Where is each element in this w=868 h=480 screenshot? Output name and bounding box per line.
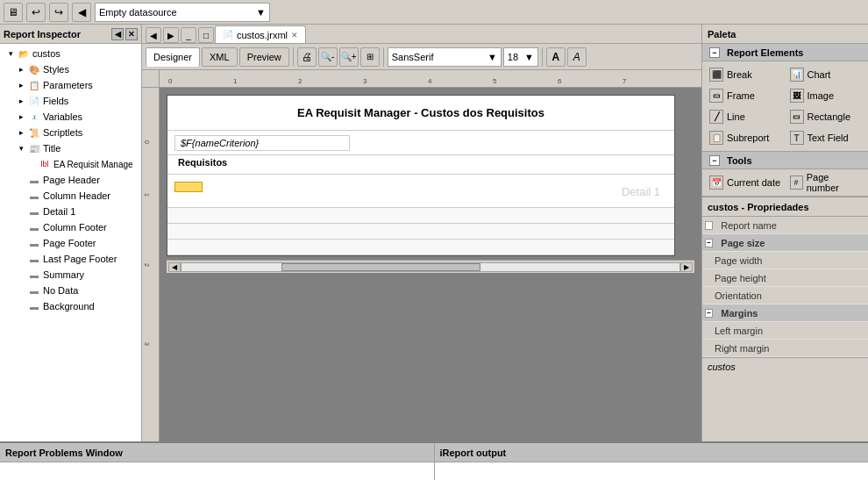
tree-item-label: Last Page Footer: [43, 254, 117, 264]
paleta-title: Paleta: [708, 29, 736, 39]
canvas-wrapper: 0 1 2 3 4 5 6 7 0 1 2 3: [142, 70, 701, 441]
margins-section-label: Margins: [715, 308, 868, 319]
tree-item-summary[interactable]: ▬ Summary: [2, 267, 139, 283]
tree-item-variables[interactable]: ▸ 𝑥 Variables: [2, 109, 139, 125]
last-page-footer-icon: ▬: [28, 253, 40, 265]
expand-icon: [16, 238, 26, 248]
page-header-band: $F{nameCriterion}: [167, 131, 674, 155]
field-criterion[interactable]: $F{nameCriterion}: [174, 135, 350, 151]
no-data-icon: ▬: [28, 284, 40, 297]
report-problems-header: Report Problems Window: [0, 443, 434, 462]
frame-label: Frame: [727, 90, 755, 101]
window-nav-buttons: ◀ ▶ _ □: [146, 27, 214, 43]
scroll-left-btn[interactable]: ◀: [168, 262, 181, 272]
datasource-label: Empty datasource: [99, 7, 177, 18]
page-width-label: Page width: [702, 255, 868, 266]
image-label: Image: [808, 90, 835, 101]
scroll-right-btn[interactable]: ▶: [680, 262, 693, 272]
btn-bold[interactable]: A: [546, 47, 566, 67]
section-toggle[interactable]: −: [709, 47, 720, 58]
column-header-icon: ▬: [28, 190, 40, 202]
tree-item-column-header[interactable]: ▬ Column Header: [2, 188, 139, 204]
btn-snap[interactable]: ⊞: [360, 47, 380, 67]
report-problems-content: [0, 462, 434, 480]
palette-item-rectangle[interactable]: ▭ Rectangle: [786, 107, 865, 126]
palette-item-chart[interactable]: 📊 Chart: [786, 65, 865, 84]
tree-item-column-footer[interactable]: ▬ Column Footer: [2, 219, 139, 235]
btn-redo[interactable]: ↪: [49, 3, 68, 22]
expand-icon: ▾: [5, 48, 16, 59]
btn-zoom-in[interactable]: 🔍+: [339, 47, 359, 67]
panel-collapse-btn[interactable]: ◀: [111, 28, 124, 40]
win-prev-btn[interactable]: ◀: [146, 27, 161, 43]
margins-toggle[interactable]: −: [705, 309, 713, 318]
expand-icon: [16, 222, 26, 233]
prop-right-margin: Right margin: [702, 340, 868, 357]
palette-item-page-number[interactable]: # Page number: [786, 173, 865, 192]
prop-left-margin: Left margin: [702, 322, 868, 340]
tree-item-background[interactable]: ▬ Background: [2, 298, 139, 314]
page-footer-band: [167, 224, 674, 240]
btn-undo[interactable]: ↩: [26, 3, 46, 22]
panel-header: Report Inspector ◀ ✕: [0, 25, 141, 44]
font-name-combo[interactable]: SansSerif ▼: [388, 47, 502, 67]
tree-item-label: EA Requisit Manage: [53, 160, 133, 169]
palette-item-current-date[interactable]: 📅 Current date: [706, 173, 785, 192]
palette-item-subreport[interactable]: 📋 Subreport: [706, 128, 785, 147]
btn-nav[interactable]: ◀: [72, 3, 91, 22]
report-elements-section: − Report Elements ⬛ Break 📊 Chart ▭ Fram…: [702, 44, 868, 152]
tree-item-title[interactable]: ▾ 📰 Title: [2, 140, 139, 156]
tree-item-page-header[interactable]: ▬ Page Header: [2, 172, 139, 188]
tree-item-last-page-footer[interactable]: ▬ Last Page Footer: [2, 251, 139, 267]
mode-xml-btn[interactable]: XML: [202, 47, 238, 67]
prop-margins-section: − Margins: [702, 304, 868, 322]
tab-custos[interactable]: 📄 custos.jrxml ✕: [215, 25, 306, 43]
mode-designer-btn[interactable]: Designer: [146, 47, 200, 67]
report-name-label: Report name: [715, 220, 868, 231]
separator1: [293, 47, 294, 67]
section-label: Report Elements: [727, 47, 803, 58]
tree-item-fields[interactable]: ▸ 📄 Fields: [2, 93, 139, 109]
page-size-toggle[interactable]: −: [705, 239, 713, 247]
btn-icon1[interactable]: 🖥: [4, 3, 23, 22]
panel-close-btn[interactable]: ✕: [125, 28, 138, 40]
tree-item-label: Column Footer: [43, 222, 107, 233]
ruler-v-3: 3: [144, 342, 150, 346]
column-footer-icon: ▬: [28, 221, 40, 233]
tree-item-no-data[interactable]: ▬ No Data: [2, 283, 139, 298]
tree-item-scriptlets[interactable]: ▸ 📜 Scriptlets: [2, 125, 139, 140]
expand-icon: [16, 206, 26, 217]
canvas-scroll-area[interactable]: EA Requisit Manager - Custos dos Requisi…: [160, 88, 701, 441]
tools-section-toggle[interactable]: −: [709, 155, 720, 166]
palette-item-break[interactable]: ⬛ Break: [706, 65, 785, 84]
tree-item-page-footer[interactable]: ▬ Page Footer: [2, 235, 139, 251]
palette-item-image[interactable]: 🖼 Image: [786, 86, 865, 105]
palette-item-frame[interactable]: ▭ Frame: [706, 86, 785, 105]
tab-close-btn[interactable]: ✕: [291, 31, 298, 39]
canvas-hscrollbar[interactable]: ◀ ▶: [167, 260, 694, 273]
tree-item-detail1[interactable]: ▬ Detail 1: [2, 204, 139, 219]
btn-print[interactable]: 🖨: [297, 47, 317, 67]
datasource-dropdown[interactable]: Empty datasource ▼: [95, 3, 270, 22]
palette-item-text-field[interactable]: T Text Field: [786, 128, 865, 147]
mode-preview-btn[interactable]: Preview: [239, 47, 289, 67]
btn-italic[interactable]: A: [567, 47, 587, 67]
win-next-btn[interactable]: ▶: [163, 27, 179, 43]
tree-item-parameters[interactable]: ▸ 📋 Parameters: [2, 77, 139, 93]
expand-icon: ▸: [16, 111, 26, 122]
win-min-btn[interactable]: _: [181, 27, 196, 43]
font-size-combo[interactable]: 18 ▼: [503, 47, 538, 67]
ireport-output-panel: iReport output: [435, 443, 869, 480]
win-max-btn[interactable]: □: [198, 27, 214, 43]
ruler-mark-4: 4: [428, 77, 431, 85]
tree-root-custos[interactable]: ▾ 📂 custos: [2, 46, 139, 61]
scroll-thumb[interactable]: [281, 263, 480, 271]
tree-item-ea-requisit[interactable]: lbl EA Requisit Manage: [2, 156, 139, 172]
report-name-toggle[interactable]: [705, 221, 713, 230]
palette-item-line[interactable]: ╱ Line: [706, 107, 785, 126]
expand-icon: [16, 301, 26, 312]
btn-zoom-out[interactable]: 🔍-: [318, 47, 338, 67]
text-field-icon: T: [790, 131, 804, 145]
tree-item-styles[interactable]: ▸ 🎨 Styles: [2, 61, 139, 77]
tab-label: custos.jrxml: [237, 30, 288, 40]
